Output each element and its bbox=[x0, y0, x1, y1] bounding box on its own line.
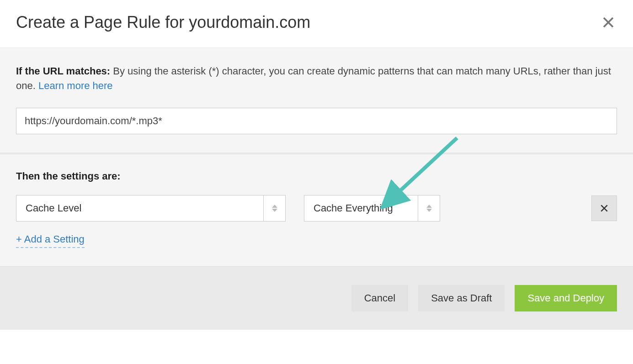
setting-value-select[interactable]: Cache Everything bbox=[304, 195, 440, 222]
save-draft-button[interactable]: Save as Draft bbox=[418, 285, 505, 311]
cancel-button[interactable]: Cancel bbox=[351, 285, 408, 311]
url-match-helper: If the URL matches: By using the asteris… bbox=[16, 64, 617, 93]
settings-section: Then the settings are: Cache Level Cache… bbox=[0, 153, 633, 266]
close-icon bbox=[600, 204, 609, 213]
modal-title: Create a Page Rule for yourdomain.com bbox=[16, 13, 310, 32]
url-pattern-input[interactable] bbox=[16, 108, 617, 134]
settings-heading: Then the settings are: bbox=[16, 170, 617, 182]
setting-name-label: Cache Level bbox=[16, 195, 263, 221]
close-icon bbox=[601, 16, 615, 29]
close-button[interactable] bbox=[600, 14, 617, 31]
add-setting-link[interactable]: + Add a Setting bbox=[16, 233, 85, 248]
stepper-icon bbox=[418, 195, 440, 221]
modal-footer: Cancel Save as Draft Save and Deploy bbox=[0, 266, 633, 330]
learn-more-link[interactable]: Learn more here bbox=[38, 80, 113, 91]
setting-row: Cache Level Cache Everything bbox=[16, 195, 617, 222]
remove-setting-button[interactable] bbox=[591, 195, 617, 221]
stepper-icon bbox=[263, 195, 285, 221]
setting-value-label: Cache Everything bbox=[304, 195, 418, 221]
save-deploy-button[interactable]: Save and Deploy bbox=[515, 285, 617, 311]
setting-name-select[interactable]: Cache Level bbox=[16, 195, 286, 222]
modal-header: Create a Page Rule for yourdomain.com bbox=[0, 0, 633, 47]
url-match-heading: If the URL matches: bbox=[16, 65, 110, 77]
page-rule-modal: Create a Page Rule for yourdomain.com If… bbox=[0, 0, 633, 330]
url-match-section: If the URL matches: By using the asteris… bbox=[0, 47, 633, 153]
